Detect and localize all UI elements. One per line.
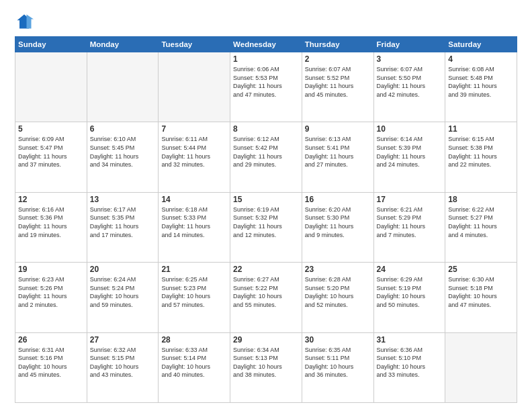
calendar-cell: 19Sunrise: 6:23 AM Sunset: 5:26 PM Dayli… bbox=[15, 263, 87, 332]
day-info: Sunrise: 6:32 AM Sunset: 5:15 PM Dayligh… bbox=[90, 346, 156, 379]
calendar-cell: 27Sunrise: 6:32 AM Sunset: 5:15 PM Dayli… bbox=[87, 332, 159, 402]
day-info: Sunrise: 6:21 AM Sunset: 5:29 PM Dayligh… bbox=[377, 205, 443, 239]
day-number: 14 bbox=[161, 195, 227, 204]
calendar-cell: 2Sunrise: 6:07 AM Sunset: 5:52 PM Daylig… bbox=[302, 52, 373, 122]
day-info: Sunrise: 6:25 AM Sunset: 5:23 PM Dayligh… bbox=[161, 275, 227, 309]
day-info: Sunrise: 6:20 AM Sunset: 5:30 PM Dayligh… bbox=[305, 205, 371, 239]
day-number: 28 bbox=[161, 335, 227, 345]
calendar-cell: 21Sunrise: 6:25 AM Sunset: 5:23 PM Dayli… bbox=[159, 263, 230, 332]
calendar-cell: 9Sunrise: 6:13 AM Sunset: 5:41 PM Daylig… bbox=[302, 122, 373, 192]
day-info: Sunrise: 6:24 AM Sunset: 5:24 PM Dayligh… bbox=[90, 275, 156, 309]
day-info: Sunrise: 6:14 AM Sunset: 5:39 PM Dayligh… bbox=[377, 135, 443, 169]
day-number: 13 bbox=[90, 195, 156, 204]
week-row-5: 26Sunrise: 6:31 AM Sunset: 5:16 PM Dayli… bbox=[15, 332, 517, 402]
calendar-cell: 28Sunrise: 6:33 AM Sunset: 5:14 PM Dayli… bbox=[159, 332, 230, 402]
calendar-cell: 22Sunrise: 6:27 AM Sunset: 5:22 PM Dayli… bbox=[230, 263, 302, 332]
header bbox=[15, 12, 517, 31]
week-row-1: 1Sunrise: 6:06 AM Sunset: 5:53 PM Daylig… bbox=[15, 52, 517, 122]
calendar-cell: 3Sunrise: 6:07 AM Sunset: 5:50 PM Daylig… bbox=[373, 52, 445, 122]
calendar-cell: 13Sunrise: 6:17 AM Sunset: 5:35 PM Dayli… bbox=[87, 192, 159, 262]
day-info: Sunrise: 6:07 AM Sunset: 5:50 PM Dayligh… bbox=[377, 65, 443, 99]
calendar-cell: 20Sunrise: 6:24 AM Sunset: 5:24 PM Dayli… bbox=[87, 263, 159, 332]
day-info: Sunrise: 6:34 AM Sunset: 5:13 PM Dayligh… bbox=[233, 346, 299, 379]
week-row-3: 12Sunrise: 6:16 AM Sunset: 5:36 PM Dayli… bbox=[15, 192, 517, 262]
calendar-table: SundayMondayTuesdayWednesdayThursdayFrid… bbox=[15, 36, 517, 403]
weekday-header-row: SundayMondayTuesdayWednesdayThursdayFrid… bbox=[15, 37, 517, 52]
week-row-2: 5Sunrise: 6:09 AM Sunset: 5:47 PM Daylig… bbox=[15, 122, 517, 192]
calendar-cell: 7Sunrise: 6:11 AM Sunset: 5:44 PM Daylig… bbox=[159, 122, 230, 192]
day-info: Sunrise: 6:28 AM Sunset: 5:20 PM Dayligh… bbox=[305, 275, 371, 309]
weekday-header-monday: Monday bbox=[87, 37, 159, 52]
day-info: Sunrise: 6:12 AM Sunset: 5:42 PM Dayligh… bbox=[233, 135, 299, 169]
day-info: Sunrise: 6:35 AM Sunset: 5:11 PM Dayligh… bbox=[305, 346, 371, 379]
day-number: 18 bbox=[448, 195, 514, 204]
day-info: Sunrise: 6:29 AM Sunset: 5:19 PM Dayligh… bbox=[377, 275, 443, 309]
calendar-cell: 29Sunrise: 6:34 AM Sunset: 5:13 PM Dayli… bbox=[230, 332, 302, 402]
calendar-cell: 11Sunrise: 6:15 AM Sunset: 5:38 PM Dayli… bbox=[445, 122, 517, 192]
calendar-cell: 18Sunrise: 6:22 AM Sunset: 5:27 PM Dayli… bbox=[445, 192, 517, 262]
calendar-cell: 8Sunrise: 6:12 AM Sunset: 5:42 PM Daylig… bbox=[230, 122, 302, 192]
calendar-cell: 31Sunrise: 6:36 AM Sunset: 5:10 PM Dayli… bbox=[373, 332, 445, 402]
calendar-cell: 12Sunrise: 6:16 AM Sunset: 5:36 PM Dayli… bbox=[15, 192, 87, 262]
day-number: 25 bbox=[448, 265, 514, 274]
day-number: 2 bbox=[305, 54, 371, 64]
calendar-cell: 4Sunrise: 6:08 AM Sunset: 5:48 PM Daylig… bbox=[445, 52, 517, 122]
day-number: 27 bbox=[90, 335, 156, 345]
week-row-4: 19Sunrise: 6:23 AM Sunset: 5:26 PM Dayli… bbox=[15, 263, 517, 332]
day-number: 31 bbox=[377, 335, 443, 345]
day-info: Sunrise: 6:18 AM Sunset: 5:33 PM Dayligh… bbox=[161, 205, 227, 239]
day-number: 19 bbox=[18, 265, 84, 274]
day-number: 21 bbox=[161, 265, 227, 274]
day-number: 12 bbox=[18, 195, 84, 204]
day-info: Sunrise: 6:06 AM Sunset: 5:53 PM Dayligh… bbox=[233, 65, 299, 99]
weekday-header-tuesday: Tuesday bbox=[159, 37, 230, 52]
day-info: Sunrise: 6:33 AM Sunset: 5:14 PM Dayligh… bbox=[161, 346, 227, 379]
day-number: 10 bbox=[377, 124, 443, 134]
day-number: 3 bbox=[377, 54, 443, 64]
weekday-header-friday: Friday bbox=[373, 37, 445, 52]
calendar-cell: 6Sunrise: 6:10 AM Sunset: 5:45 PM Daylig… bbox=[87, 122, 159, 192]
calendar-cell: 26Sunrise: 6:31 AM Sunset: 5:16 PM Dayli… bbox=[15, 332, 87, 402]
calendar-cell bbox=[159, 52, 230, 122]
day-number: 9 bbox=[305, 124, 371, 134]
day-number: 11 bbox=[448, 124, 514, 134]
day-info: Sunrise: 6:09 AM Sunset: 5:47 PM Dayligh… bbox=[18, 135, 84, 169]
day-number: 8 bbox=[233, 124, 299, 134]
calendar-cell bbox=[445, 332, 517, 402]
calendar-cell: 17Sunrise: 6:21 AM Sunset: 5:29 PM Dayli… bbox=[373, 192, 445, 262]
calendar-cell: 16Sunrise: 6:20 AM Sunset: 5:30 PM Dayli… bbox=[302, 192, 373, 262]
calendar-cell: 14Sunrise: 6:18 AM Sunset: 5:33 PM Dayli… bbox=[159, 192, 230, 262]
calendar-cell: 23Sunrise: 6:28 AM Sunset: 5:20 PM Dayli… bbox=[302, 263, 373, 332]
weekday-header-thursday: Thursday bbox=[302, 37, 373, 52]
calendar-cell: 25Sunrise: 6:30 AM Sunset: 5:18 PM Dayli… bbox=[445, 263, 517, 332]
logo-icon bbox=[15, 12, 34, 31]
calendar-cell: 24Sunrise: 6:29 AM Sunset: 5:19 PM Dayli… bbox=[373, 263, 445, 332]
day-info: Sunrise: 6:16 AM Sunset: 5:36 PM Dayligh… bbox=[18, 205, 84, 239]
day-number: 17 bbox=[377, 195, 443, 204]
day-number: 30 bbox=[305, 335, 371, 345]
calendar-cell: 10Sunrise: 6:14 AM Sunset: 5:39 PM Dayli… bbox=[373, 122, 445, 192]
day-info: Sunrise: 6:36 AM Sunset: 5:10 PM Dayligh… bbox=[377, 346, 443, 379]
page: SundayMondayTuesdayWednesdayThursdayFrid… bbox=[0, 0, 532, 411]
svg-marker-1 bbox=[27, 15, 34, 29]
day-info: Sunrise: 6:11 AM Sunset: 5:44 PM Dayligh… bbox=[161, 135, 227, 169]
day-info: Sunrise: 6:08 AM Sunset: 5:48 PM Dayligh… bbox=[448, 65, 514, 99]
day-number: 24 bbox=[377, 265, 443, 274]
day-info: Sunrise: 6:22 AM Sunset: 5:27 PM Dayligh… bbox=[448, 205, 514, 239]
calendar-cell bbox=[87, 52, 159, 122]
day-number: 15 bbox=[233, 195, 299, 204]
day-number: 26 bbox=[18, 335, 84, 345]
logo bbox=[15, 12, 36, 31]
day-info: Sunrise: 6:19 AM Sunset: 5:32 PM Dayligh… bbox=[233, 205, 299, 239]
day-info: Sunrise: 6:30 AM Sunset: 5:18 PM Dayligh… bbox=[448, 275, 514, 309]
day-number: 7 bbox=[161, 124, 227, 134]
calendar-cell: 15Sunrise: 6:19 AM Sunset: 5:32 PM Dayli… bbox=[230, 192, 302, 262]
day-number: 20 bbox=[90, 265, 156, 274]
weekday-header-wednesday: Wednesday bbox=[230, 37, 302, 52]
weekday-header-saturday: Saturday bbox=[445, 37, 517, 52]
day-info: Sunrise: 6:15 AM Sunset: 5:38 PM Dayligh… bbox=[448, 135, 514, 169]
day-info: Sunrise: 6:07 AM Sunset: 5:52 PM Dayligh… bbox=[305, 65, 371, 99]
day-number: 29 bbox=[233, 335, 299, 345]
calendar-cell: 5Sunrise: 6:09 AM Sunset: 5:47 PM Daylig… bbox=[15, 122, 87, 192]
day-info: Sunrise: 6:27 AM Sunset: 5:22 PM Dayligh… bbox=[233, 275, 299, 309]
